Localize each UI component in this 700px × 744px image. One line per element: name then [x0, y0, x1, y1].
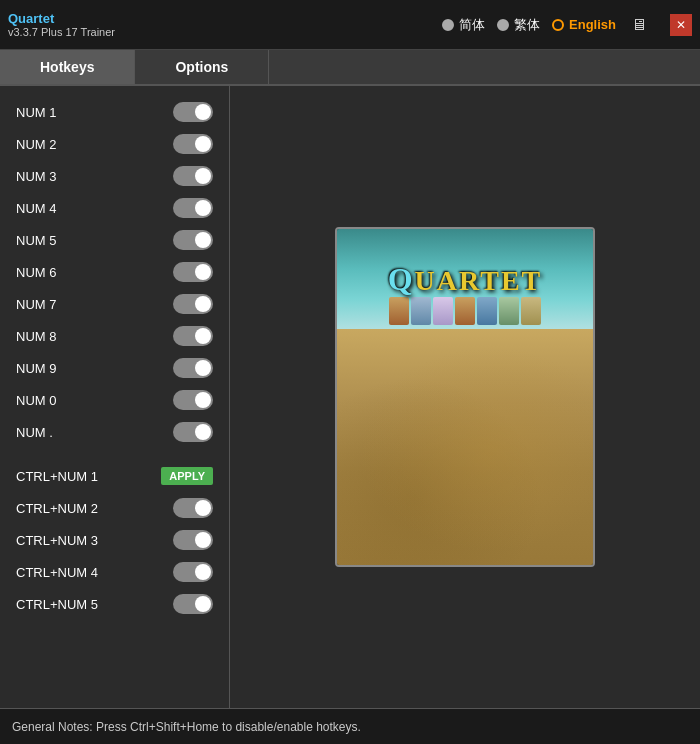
hotkey-row: CTRL+NUM 3 [0, 524, 229, 556]
title-info: Quartet v3.3.7 Plus 17 Trainer [8, 11, 115, 38]
toggle-switch[interactable] [173, 562, 213, 582]
hotkey-label: NUM 7 [16, 297, 56, 312]
window-controls: ✕ [670, 14, 692, 36]
hotkey-row: NUM 8 [0, 320, 229, 352]
hotkey-spacer [0, 448, 229, 460]
footer: General Notes: Press Ctrl+Shift+Home to … [0, 708, 700, 744]
hotkey-label: NUM 2 [16, 137, 56, 152]
hotkey-label: CTRL+NUM 3 [16, 533, 98, 548]
hotkey-row: CTRL+NUM 2 [0, 492, 229, 524]
hotkey-row: NUM 2 [0, 128, 229, 160]
hotkey-row: NUM . [0, 416, 229, 448]
toggle-switch[interactable] [173, 530, 213, 550]
hotkey-label: CTRL+NUM 2 [16, 501, 98, 516]
cover-bottom [337, 329, 593, 567]
game-image-area: QUARTET [230, 86, 700, 708]
character-sprite-6 [521, 297, 541, 325]
hotkey-row: NUM 0 [0, 384, 229, 416]
radio-simplified [442, 19, 454, 31]
character-sprite-4 [477, 297, 497, 325]
hotkey-row: NUM 4 [0, 192, 229, 224]
lang-simplified-label: 简体 [459, 16, 485, 34]
hotkey-row: NUM 6 [0, 256, 229, 288]
hotkey-label: NUM 5 [16, 233, 56, 248]
hotkey-row: NUM 9 [0, 352, 229, 384]
toggle-switch[interactable] [173, 134, 213, 154]
lang-traditional-label: 繁体 [514, 16, 540, 34]
toggle-switch[interactable] [173, 198, 213, 218]
character-sprite-3 [455, 297, 475, 325]
character-sprite-1 [411, 297, 431, 325]
toggle-switch[interactable] [173, 230, 213, 250]
hotkey-label: CTRL+NUM 1 [16, 469, 98, 484]
hotkey-label: NUM 1 [16, 105, 56, 120]
apply-button[interactable]: APPLY [161, 467, 213, 485]
toggle-switch[interactable] [173, 422, 213, 442]
monitor-icon[interactable]: 🖥 [628, 14, 650, 36]
cover-characters [337, 297, 593, 325]
hotkey-row: NUM 1 [0, 96, 229, 128]
toggle-switch[interactable] [173, 358, 213, 378]
hotkey-label: CTRL+NUM 4 [16, 565, 98, 580]
hotkey-label: NUM 9 [16, 361, 56, 376]
toggle-switch[interactable] [173, 166, 213, 186]
toggle-switch[interactable] [173, 262, 213, 282]
app-title: Quartet [8, 11, 115, 26]
toggle-switch[interactable] [173, 498, 213, 518]
cover-title: QUARTET [388, 261, 543, 298]
radio-traditional [497, 19, 509, 31]
hotkey-label: NUM 3 [16, 169, 56, 184]
hotkey-row: CTRL+NUM 4 [0, 556, 229, 588]
toggle-switch[interactable] [173, 294, 213, 314]
hotkey-row: NUM 5 [0, 224, 229, 256]
toggle-switch[interactable] [173, 326, 213, 346]
hotkeys-panel: NUM 1NUM 2NUM 3NUM 4NUM 5NUM 6NUM 7NUM 8… [0, 86, 230, 708]
character-sprite-5 [499, 297, 519, 325]
hotkey-label: NUM 0 [16, 393, 56, 408]
tab-options[interactable]: Options [135, 50, 269, 84]
cover-top: QUARTET [337, 229, 593, 329]
language-controls: 简体 繁体 English 🖥 ✕ [442, 14, 692, 36]
hotkey-row: NUM 7 [0, 288, 229, 320]
close-button[interactable]: ✕ [670, 14, 692, 36]
toggle-switch[interactable] [173, 390, 213, 410]
hotkey-row: CTRL+NUM 5 [0, 588, 229, 620]
hotkey-label: CTRL+NUM 5 [16, 597, 98, 612]
lang-english[interactable]: English [552, 17, 616, 32]
lang-traditional[interactable]: 繁体 [497, 16, 540, 34]
character-sprite-0 [389, 297, 409, 325]
main-content: NUM 1NUM 2NUM 3NUM 4NUM 5NUM 6NUM 7NUM 8… [0, 86, 700, 708]
character-sprite-2 [433, 297, 453, 325]
toggle-switch[interactable] [173, 102, 213, 122]
footer-text: General Notes: Press Ctrl+Shift+Home to … [12, 720, 361, 734]
hotkey-row: CTRL+NUM 1APPLY [0, 460, 229, 492]
tab-bar: Hotkeys Options [0, 50, 700, 86]
toggle-switch[interactable] [173, 594, 213, 614]
hotkey-label: NUM 8 [16, 329, 56, 344]
tab-hotkeys[interactable]: Hotkeys [0, 50, 135, 84]
lang-simplified[interactable]: 简体 [442, 16, 485, 34]
title-bar: Quartet v3.3.7 Plus 17 Trainer 简体 繁体 Eng… [0, 0, 700, 50]
hotkey-label: NUM 4 [16, 201, 56, 216]
app-version: v3.3.7 Plus 17 Trainer [8, 26, 115, 38]
hotkey-row: NUM 3 [0, 160, 229, 192]
hotkey-label: NUM 6 [16, 265, 56, 280]
game-cover: QUARTET [335, 227, 595, 567]
hotkey-label: NUM . [16, 425, 53, 440]
radio-english [552, 19, 564, 31]
lang-english-label: English [569, 17, 616, 32]
